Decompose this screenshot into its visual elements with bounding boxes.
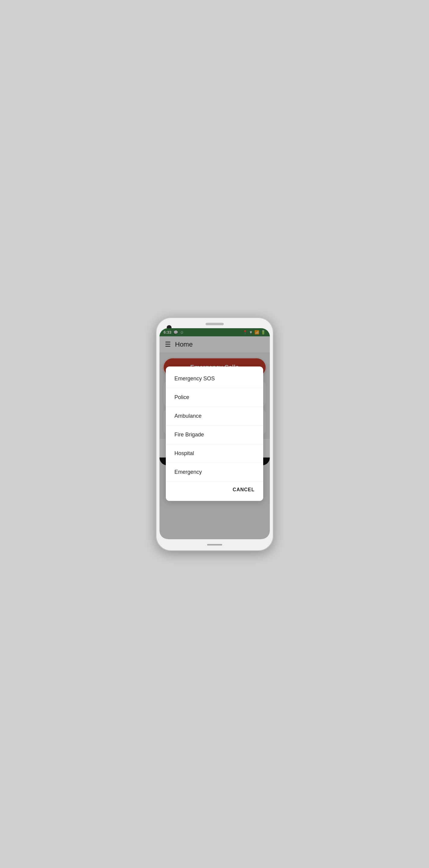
screen: 6:33 💬 ☺ 📍 ▼ 📶 🔋 ☰ Home Emergency Calls <box>159 328 270 539</box>
modal-item-ambulance[interactable]: Ambulance <box>166 407 263 426</box>
modal-item-fire-brigade[interactable]: Fire Brigade <box>166 426 263 444</box>
top-bar <box>159 323 270 327</box>
modal-item-hospital[interactable]: Hospital <box>166 444 263 463</box>
speaker <box>206 323 224 325</box>
modal-overlay[interactable]: Emergency SOS Police Ambulance Fire Brig… <box>159 328 270 539</box>
emergency-modal: Emergency SOS Police Ambulance Fire Brig… <box>166 367 263 501</box>
modal-item-police[interactable]: Police <box>166 388 263 407</box>
modal-item-emergency[interactable]: Emergency <box>166 463 263 482</box>
phone-frame: 6:33 💬 ☺ 📍 ▼ 📶 🔋 ☰ Home Emergency Calls <box>156 317 273 551</box>
physical-home-indicator <box>207 544 222 546</box>
bottom-spacer <box>159 539 270 542</box>
modal-item-sos[interactable]: Emergency SOS <box>166 370 263 388</box>
modal-cancel-button[interactable]: CANCEL <box>166 482 263 498</box>
